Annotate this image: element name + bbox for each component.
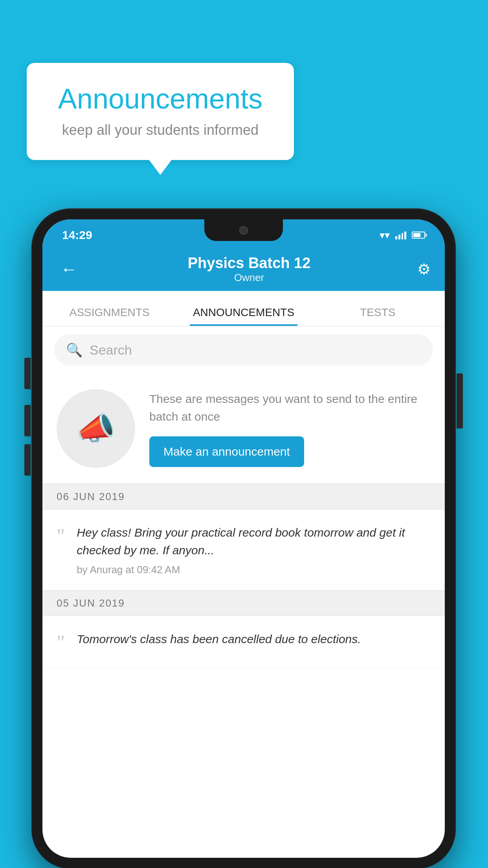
app-bar-title: Physics Batch 12: [81, 255, 417, 272]
tab-tests[interactable]: TESTS: [311, 291, 445, 326]
battery-icon: [412, 232, 425, 239]
promo-card: 📣 These are messages you want to send to…: [42, 373, 445, 484]
date-separator-2: 05 JUN 2019: [42, 590, 445, 616]
camera-dot: [239, 226, 248, 235]
phone-screen: 14:29 ▾▾ ← Phy: [42, 219, 445, 858]
announcement-item-2: " Tomorrow's class has been cancelled du…: [42, 616, 445, 668]
announcement-item-1: " Hey class! Bring your practical record…: [42, 509, 445, 590]
search-container: 🔍 Search: [42, 326, 445, 373]
speech-bubble: Announcements keep all your students inf…: [27, 63, 294, 160]
status-time: 14:29: [62, 228, 92, 242]
back-button[interactable]: ←: [57, 256, 81, 283]
announcement-text-1: Hey class! Bring your practical record b…: [77, 524, 431, 559]
announcement-group-2: 05 JUN 2019 " Tomorrow's class has been …: [42, 590, 445, 668]
tab-announcements[interactable]: ANNOUNCEMENTS: [176, 291, 310, 326]
promo-icon-circle: 📣: [57, 389, 135, 468]
announcement-meta-1: by Anurag at 09:42 AM: [77, 564, 431, 576]
date-separator-1: 06 JUN 2019: [42, 484, 445, 509]
app-bar-subtitle: Owner: [81, 272, 417, 284]
status-icons: ▾▾: [380, 229, 425, 241]
phone-notch: [204, 219, 283, 241]
settings-icon[interactable]: ⚙: [417, 261, 431, 278]
tabs-container: ASSIGNMENTS ANNOUNCEMENTS TESTS: [42, 291, 445, 326]
search-icon: 🔍: [66, 342, 83, 358]
tab-assignments[interactable]: ASSIGNMENTS: [42, 291, 176, 326]
announcement-group-1: 06 JUN 2019 " Hey class! Bring your prac…: [42, 484, 445, 590]
app-bar: ← Physics Batch 12 Owner ⚙: [42, 248, 445, 291]
announcement-text-2: Tomorrow's class has been cancelled due …: [77, 630, 431, 648]
signal-icon: [395, 231, 406, 239]
bubble-title: Announcements: [50, 83, 270, 115]
megaphone-icon: 📣: [76, 410, 116, 447]
app-bar-title-group: Physics Batch 12 Owner: [81, 255, 417, 284]
search-box[interactable]: 🔍 Search: [54, 334, 433, 366]
bubble-subtitle: keep all your students informed: [50, 122, 270, 138]
wifi-icon: ▾▾: [380, 229, 390, 241]
promo-description: These are messages you want to send to t…: [149, 390, 431, 425]
announcement-content-2: Tomorrow's class has been cancelled due …: [77, 630, 431, 653]
phone-mockup: 14:29 ▾▾ ← Phy: [31, 208, 456, 868]
make-announcement-button[interactable]: Make an announcement: [149, 436, 304, 467]
quote-icon-1: ": [57, 526, 65, 546]
search-placeholder: Search: [90, 342, 132, 358]
quote-icon-2: ": [57, 633, 65, 653]
phone-outer: 14:29 ▾▾ ← Phy: [31, 208, 456, 868]
promo-content: These are messages you want to send to t…: [149, 390, 431, 467]
announcement-content-1: Hey class! Bring your practical record b…: [77, 524, 431, 576]
speech-bubble-section: Announcements keep all your students inf…: [27, 63, 294, 160]
